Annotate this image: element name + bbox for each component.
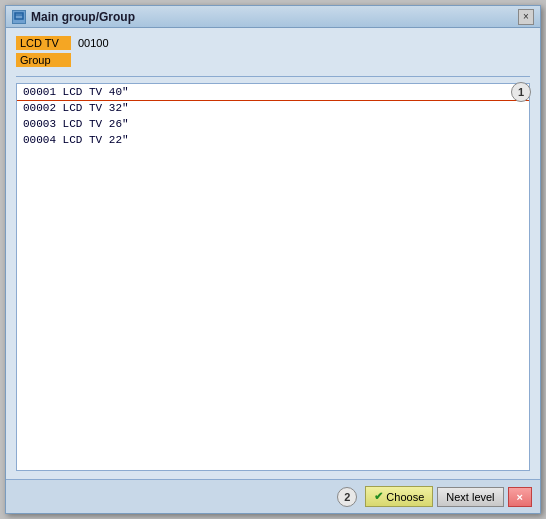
- group-row: Group: [16, 53, 530, 67]
- list-item[interactable]: 00001 LCD TV 40": [17, 84, 529, 100]
- list-container[interactable]: 00001 LCD TV 40"00002 LCD TV 32"00003 LC…: [16, 83, 530, 471]
- cancel-icon: ×: [517, 491, 523, 503]
- choose-label: Choose: [386, 491, 424, 503]
- check-icon: ✔: [374, 490, 383, 503]
- window-title: Main group/Group: [31, 10, 135, 24]
- cancel-button[interactable]: ×: [508, 487, 532, 507]
- list-item[interactable]: 00004 LCD TV 22": [17, 132, 529, 148]
- list-item[interactable]: 00003 LCD TV 26": [17, 116, 529, 132]
- content-area: LCD TV 00100 Group 00001 LCD TV 40"00002…: [6, 28, 540, 479]
- footer: 2 ✔ Choose Next level ×: [6, 479, 540, 513]
- lcd-tv-row: LCD TV 00100: [16, 36, 530, 50]
- choose-button[interactable]: ✔ Choose: [365, 486, 433, 507]
- main-window: Main group/Group × LCD TV 00100 Group 00…: [5, 5, 541, 514]
- close-button[interactable]: ×: [518, 9, 534, 25]
- list-wrapper: 00001 LCD TV 40"00002 LCD TV 32"00003 LC…: [16, 83, 530, 471]
- svg-rect-0: [15, 13, 23, 19]
- footer-badge: 2: [337, 487, 357, 507]
- next-level-label: Next level: [446, 491, 494, 503]
- title-bar-left: Main group/Group: [12, 10, 135, 24]
- title-bar: Main group/Group ×: [6, 6, 540, 28]
- window-icon: [12, 10, 26, 24]
- list-item[interactable]: 00002 LCD TV 32": [17, 100, 529, 116]
- lcd-tv-value: 00100: [75, 36, 112, 50]
- separator: [16, 76, 530, 77]
- list-badge: 1: [511, 82, 531, 102]
- lcd-tv-label: LCD TV: [16, 36, 71, 50]
- group-label: Group: [16, 53, 71, 67]
- next-level-button[interactable]: Next level: [437, 487, 503, 507]
